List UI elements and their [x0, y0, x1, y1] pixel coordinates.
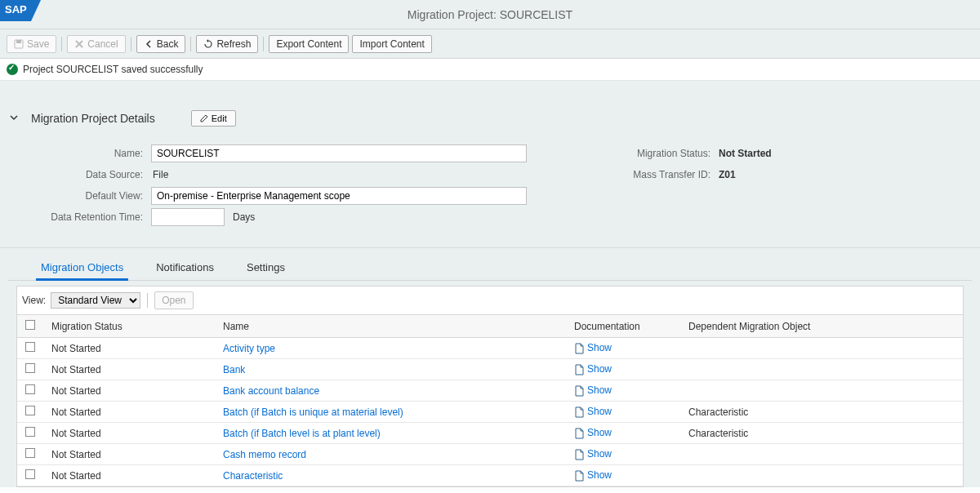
- document-icon: [574, 406, 584, 418]
- table-row: Not StartedActivity typeShow: [17, 338, 963, 359]
- default-view-label: Default View:: [8, 190, 151, 202]
- back-button[interactable]: Back: [136, 35, 186, 53]
- open-button[interactable]: Open: [154, 291, 193, 309]
- name-label: Name:: [8, 148, 151, 159]
- row-checkbox[interactable]: [25, 427, 35, 437]
- page-title: Migration Project: SOURCELIST: [408, 8, 572, 21]
- table-row: Not StartedCash memo recordShow: [17, 444, 963, 465]
- object-name-link[interactable]: Bank account balance: [223, 385, 319, 397]
- document-icon: [574, 428, 584, 439]
- status-message: Project SOURCELIST saved successfully: [23, 64, 203, 75]
- data-source-label: Data Source:: [8, 169, 151, 180]
- cell-status: Not Started: [43, 338, 215, 359]
- document-icon: [574, 364, 584, 375]
- row-checkbox[interactable]: [25, 342, 35, 352]
- cell-dependent: [680, 444, 963, 465]
- cell-dependent: Characteristic: [680, 423, 963, 444]
- show-documentation-link[interactable]: Show: [587, 363, 612, 375]
- export-content-button[interactable]: Export Content: [269, 35, 349, 53]
- col-migration-status: Migration Status: [43, 315, 215, 338]
- view-label: View:: [22, 295, 46, 306]
- tab-notifications[interactable]: Notifications: [156, 256, 214, 280]
- table-row: Not StartedBatch (if Batch level is at p…: [17, 423, 963, 444]
- cell-status: Not Started: [43, 465, 215, 486]
- sap-logo: SAP: [0, 0, 41, 24]
- default-view-field[interactable]: [151, 187, 527, 205]
- cancel-icon: [74, 39, 84, 49]
- collapse-toggle[interactable]: [8, 112, 20, 126]
- object-name-link[interactable]: Batch (if Batch is unique at material le…: [223, 406, 403, 418]
- show-documentation-link[interactable]: Show: [587, 384, 612, 396]
- document-icon: [574, 449, 584, 460]
- name-field[interactable]: [151, 144, 527, 162]
- mass-transfer-id-value: Z01: [719, 169, 736, 180]
- days-label: Days: [231, 211, 255, 223]
- refresh-icon: [203, 39, 213, 49]
- cell-dependent: [680, 359, 963, 380]
- document-icon: [574, 470, 584, 482]
- chevron-left-icon: [144, 39, 154, 49]
- cell-dependent: [680, 338, 963, 359]
- document-icon: [574, 343, 584, 354]
- row-checkbox[interactable]: [25, 469, 35, 479]
- table-row: Not StartedBank account balanceShow: [17, 380, 963, 402]
- cell-status: Not Started: [43, 444, 215, 465]
- cell-status: Not Started: [43, 380, 215, 402]
- migration-objects-table: Migration Status Name Documentation Depe…: [17, 314, 963, 486]
- show-documentation-link[interactable]: Show: [587, 427, 612, 438]
- document-icon: [574, 385, 584, 397]
- status-bar: Project SOURCELIST saved successfully: [0, 59, 980, 81]
- checkbox-all[interactable]: [25, 320, 35, 330]
- main-toolbar: Save Cancel Back Refresh Export Content …: [0, 29, 980, 59]
- col-name: Name: [215, 315, 566, 338]
- cell-status: Not Started: [43, 359, 215, 380]
- svg-text:SAP: SAP: [5, 3, 27, 16]
- migration-status-label: Migration Status:: [612, 148, 719, 159]
- success-icon: [7, 64, 18, 75]
- view-select[interactable]: Standard View: [51, 292, 140, 309]
- cell-dependent: [680, 465, 963, 486]
- footer-refresh: Last refresh 2: [0, 487, 980, 493]
- object-name-link[interactable]: Activity type: [223, 343, 275, 354]
- cell-status: Not Started: [43, 423, 215, 444]
- save-button[interactable]: Save: [7, 35, 56, 53]
- pencil-icon: [200, 114, 208, 122]
- cell-status: Not Started: [43, 402, 215, 423]
- object-name-link[interactable]: Bank: [223, 364, 245, 375]
- refresh-button[interactable]: Refresh: [196, 35, 258, 53]
- object-name-link[interactable]: Cash memo record: [223, 449, 306, 460]
- show-documentation-link[interactable]: Show: [587, 469, 612, 481]
- row-checkbox[interactable]: [25, 384, 35, 394]
- col-documentation: Documentation: [566, 315, 680, 338]
- object-name-link[interactable]: Batch (if Batch level is at plant level): [223, 428, 381, 439]
- col-checkbox: [17, 315, 43, 338]
- table-row: Not StartedBatch (if Batch is unique at …: [17, 402, 963, 423]
- cell-dependent: [680, 380, 963, 402]
- row-checkbox[interactable]: [25, 363, 35, 373]
- retention-label: Data Retention Time:: [8, 211, 151, 223]
- tab-migration-objects[interactable]: Migration Objects: [41, 256, 123, 280]
- migration-status-value: Not Started: [719, 148, 772, 159]
- mass-transfer-id-label: Mass Transfer ID:: [612, 169, 719, 180]
- retention-field[interactable]: [151, 208, 225, 226]
- table-row: Not StartedCharacteristicShow: [17, 465, 963, 486]
- show-documentation-link[interactable]: Show: [587, 448, 612, 460]
- cell-dependent: Characteristic: [680, 402, 963, 423]
- svg-rect-3: [16, 40, 21, 43]
- object-name-link[interactable]: Characteristic: [223, 470, 283, 482]
- row-checkbox[interactable]: [25, 406, 35, 415]
- row-checkbox[interactable]: [25, 448, 35, 458]
- col-dependent: Dependent Migration Object: [680, 315, 963, 338]
- show-documentation-link[interactable]: Show: [587, 406, 612, 417]
- edit-button[interactable]: Edit: [191, 110, 236, 127]
- tab-settings[interactable]: Settings: [247, 256, 285, 280]
- import-content-button[interactable]: Import Content: [352, 35, 431, 53]
- data-source-value: File: [151, 169, 168, 180]
- section-title: Migration Project Details: [31, 112, 155, 125]
- table-row: Not StartedBankShow: [17, 359, 963, 380]
- cancel-button[interactable]: Cancel: [67, 35, 125, 53]
- save-icon: [14, 39, 24, 49]
- svg-marker-6: [207, 39, 208, 42]
- show-documentation-link[interactable]: Show: [587, 342, 612, 353]
